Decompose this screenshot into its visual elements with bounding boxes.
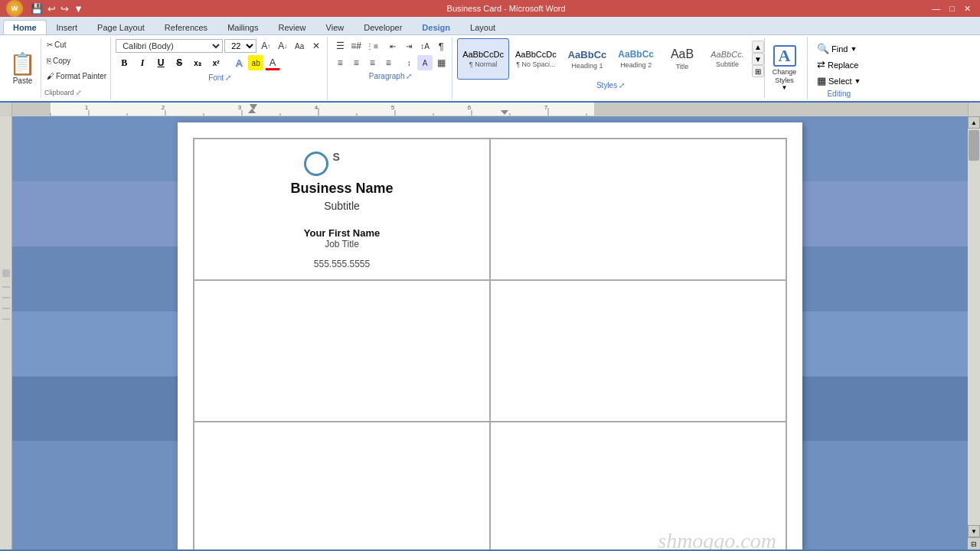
replace-button[interactable]: ⇄ Replace <box>812 57 866 72</box>
styles-up-arrow[interactable]: ▲ <box>752 41 764 53</box>
close-btn[interactable]: ✕ <box>961 4 974 14</box>
tab-developer[interactable]: Developer <box>354 20 412 34</box>
clear-formatting-btn[interactable]: ✕ <box>309 38 324 54</box>
line-spacing-btn[interactable]: ↕ <box>401 55 416 70</box>
style-title[interactable]: AaB Title <box>660 38 704 80</box>
card-cell-mid-left[interactable] <box>194 280 490 422</box>
select-button[interactable]: ▦ Select ▼ <box>812 73 866 88</box>
paragraph-row-2: ≡ ≡ ≡ ≡ ↕ A ▦ <box>332 55 449 70</box>
paste-button[interactable]: 📋 Paste <box>5 38 41 98</box>
tab-insert[interactable]: Insert <box>47 20 88 34</box>
style-normal[interactable]: AaBbCcDc ¶ Normal <box>457 38 509 80</box>
multilevel-btn[interactable]: ⋮≡ <box>364 38 380 54</box>
svg-rect-1 <box>594 103 968 116</box>
tab-references[interactable]: References <box>155 20 217 34</box>
styles-more-arrow[interactable]: ⊞ <box>752 65 764 77</box>
style-no-spacing[interactable]: AaBbCcDc ¶ No Spaci... <box>510 38 562 80</box>
font-group-label: Font ⤢ <box>116 73 324 82</box>
office-button[interactable]: W <box>6 0 23 17</box>
card-cell-top-left[interactable]: S Business Name Subtitle Your First Name… <box>194 139 490 280</box>
minimize-btn[interactable]: — <box>929 4 943 14</box>
redo-quick-btn[interactable]: ↪ <box>60 3 69 15</box>
paste-label: Paste <box>13 77 33 85</box>
italic-button[interactable]: I <box>134 55 151 70</box>
more-quick-btn[interactable]: ▼ <box>74 3 83 15</box>
scroll-thumb[interactable] <box>969 130 979 161</box>
tab-view[interactable]: View <box>316 20 354 34</box>
change-case-btn[interactable]: Aa <box>292 38 307 54</box>
decrease-indent-btn[interactable]: ⇤ <box>385 38 400 54</box>
font-grow-btn[interactable]: A↑ <box>258 38 273 54</box>
underline-button[interactable]: U <box>152 55 169 70</box>
tab-mailings[interactable]: Mailings <box>217 20 268 34</box>
card-cell-bot-left[interactable] <box>194 422 490 549</box>
save-quick-btn[interactable]: 💾 <box>31 3 43 15</box>
clipboard-actions: ✂ Cut ⎘ Copy 🖌 Format Painter Clipboard … <box>41 38 109 98</box>
tab-page-layout[interactable]: Page Layout <box>87 20 155 34</box>
scroll-up-btn[interactable]: ▲ <box>968 116 980 129</box>
bold-button[interactable]: B <box>116 55 132 70</box>
change-styles-button[interactable]: A ChangeStyles ▼ <box>764 38 804 98</box>
bullets-btn[interactable]: ☰ <box>332 38 348 54</box>
cut-button[interactable]: ✂ Cut <box>44 40 109 50</box>
svg-marker-24 <box>250 104 257 110</box>
font-color-btn[interactable]: A <box>265 55 280 70</box>
scroll-down-btn[interactable]: ▼ <box>968 525 980 537</box>
superscript-button[interactable]: x² <box>207 55 224 70</box>
show-hide-btn[interactable]: ¶ <box>433 38 449 54</box>
undo-quick-btn[interactable]: ↩ <box>47 3 56 15</box>
card-cell-mid-right[interactable] <box>490 280 786 422</box>
font-name-select[interactable]: Calibri (Body) <box>116 39 223 53</box>
maximize-btn[interactable]: □ <box>946 4 958 14</box>
style-heading2[interactable]: AaBbCc Heading 2 <box>612 38 659 80</box>
highlight-btn[interactable]: ab <box>248 55 263 70</box>
ruler-main[interactable]: 1 2 3 4 5 6 7 <box>12 103 968 116</box>
font-expand-icon[interactable]: ⤢ <box>225 73 231 82</box>
font-size-select[interactable]: 22 11 12 14 18 24 <box>224 39 256 53</box>
tab-layout[interactable]: Layout <box>460 20 505 34</box>
editing-buttons: 🔍 Find ▼ ⇄ Replace ▦ Select ▼ <box>812 38 866 88</box>
clipboard-expand-icon[interactable]: ⤢ <box>76 89 82 96</box>
text-effects-btn[interactable]: A <box>231 55 247 70</box>
style-subtitle-preview: AaBbCc. <box>710 50 743 59</box>
copy-icon: ⎘ <box>47 57 51 65</box>
justify-btn[interactable]: ≡ <box>381 55 396 70</box>
document[interactable]: S Business Name Subtitle Your First Name… <box>178 122 802 549</box>
copy-button[interactable]: ⎘ Copy <box>44 56 109 66</box>
styles-expand-icon[interactable]: ⤢ <box>619 81 625 90</box>
svg-rect-0 <box>12 103 51 116</box>
strikethrough-button[interactable]: S <box>171 55 188 70</box>
svg-text:4: 4 <box>315 104 318 111</box>
tab-review[interactable]: Review <box>268 20 315 34</box>
svg-marker-26 <box>501 110 508 115</box>
borders-btn[interactable]: ▦ <box>433 55 449 70</box>
card-cell-top-right[interactable] <box>490 139 786 280</box>
left-panel-icon-3 <box>2 297 10 298</box>
style-subtitle[interactable]: AaBbCc. Subtitle <box>705 38 750 80</box>
sort-btn[interactable]: ↕A <box>417 38 433 54</box>
card-cell-bot-right[interactable]: shmoggo.com <box>490 422 786 549</box>
style-subtitle-label: Subtitle <box>716 60 739 68</box>
increase-indent-btn[interactable]: ⇥ <box>401 38 416 54</box>
tab-design[interactable]: Design <box>412 20 460 34</box>
view-mode-btn[interactable]: ⊟ <box>968 537 980 549</box>
shading-btn[interactable]: A <box>417 55 433 70</box>
subscript-button[interactable]: x₂ <box>189 55 206 70</box>
svg-marker-25 <box>248 109 256 113</box>
align-right-btn[interactable]: ≡ <box>364 55 380 70</box>
find-button[interactable]: 🔍 Find ▼ <box>812 41 866 56</box>
svg-text:2: 2 <box>162 104 165 111</box>
numbering-btn[interactable]: ≡# <box>348 38 364 54</box>
paragraph-expand-icon[interactable]: ⤢ <box>406 72 412 80</box>
style-heading1[interactable]: AaBbCc Heading 1 <box>563 38 612 80</box>
style-normal-preview: AaBbCcDc <box>462 50 504 59</box>
main-area: S Business Name Subtitle Your First Name… <box>0 116 980 549</box>
font-shrink-btn[interactable]: A↓ <box>275 38 290 54</box>
format-painter-button[interactable]: 🖌 Format Painter <box>44 71 109 81</box>
scroll-track[interactable] <box>969 129 979 525</box>
align-center-btn[interactable]: ≡ <box>348 55 364 70</box>
styles-down-arrow[interactable]: ▼ <box>752 53 764 65</box>
align-left-btn[interactable]: ≡ <box>332 55 348 70</box>
tab-home[interactable]: Home <box>3 20 47 34</box>
card-main-content: Business Name Subtitle Your First Name J… <box>290 181 393 269</box>
